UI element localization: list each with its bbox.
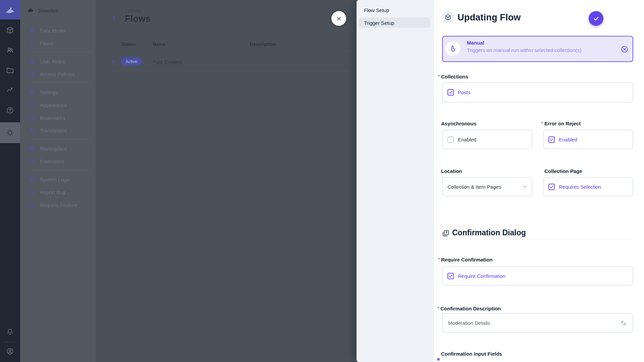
module-bar-divider xyxy=(5,342,15,342)
required-dot xyxy=(438,75,440,76)
sidebar-item-flows[interactable]: Flows xyxy=(20,37,96,50)
field-label-asynchronous: Asynchronous xyxy=(441,121,476,126)
sort-icon[interactable] xyxy=(170,43,174,46)
collection-page-option[interactable]: Requires Selection xyxy=(559,184,601,190)
sidebar-item-request-feature[interactable]: Request Feature xyxy=(20,198,96,211)
table-row-flow-name[interactable]: Post Created xyxy=(153,59,182,65)
column-header-description: Description xyxy=(250,42,276,47)
required-dot xyxy=(437,358,440,361)
sidebar-item-data-model[interactable]: Data Model xyxy=(20,24,96,37)
table-row-divider xyxy=(111,71,349,71)
drawer-title: Updating Flow xyxy=(458,12,521,23)
sidebar-divider xyxy=(31,139,91,139)
checkbox-checked-icon[interactable] xyxy=(447,89,454,96)
module-files-button[interactable] xyxy=(0,63,20,78)
checkbox-unchecked-icon[interactable] xyxy=(447,136,454,143)
save-button[interactable] xyxy=(589,11,603,26)
chevron-down-icon xyxy=(522,184,528,190)
asynchronous-option[interactable]: Enabled xyxy=(458,137,476,142)
collections-option-posts[interactable]: Posts xyxy=(458,89,471,95)
sidebar-item-label: Settings xyxy=(40,89,58,95)
field-label-confirmation-description: Confirmation Description xyxy=(440,306,501,311)
box-icon xyxy=(6,26,14,34)
section-divider xyxy=(442,239,633,239)
confirmation-description-input[interactable]: Moderation Details xyxy=(442,313,633,333)
trigger-card-title: Manual xyxy=(467,40,484,46)
module-settings-button[interactable] xyxy=(0,125,20,140)
module-insights-button[interactable] xyxy=(0,82,20,97)
checkbox-checked-icon[interactable] xyxy=(447,273,454,279)
people-icon xyxy=(29,58,36,65)
sidebar-item-label: Report Bug xyxy=(40,189,65,195)
touch-app-icon xyxy=(449,45,457,53)
error-on-reject-option[interactable]: Enabled xyxy=(559,137,577,142)
rabbit-logo-icon xyxy=(4,5,16,15)
sidebar-item-label: Data Model xyxy=(40,28,66,34)
sidebar-item-label: Extensions xyxy=(40,159,64,164)
sidebar-item-user-roles[interactable]: User Roles xyxy=(20,55,96,68)
sidebar-item-system-logs[interactable]: System Logs xyxy=(20,173,96,186)
flows-header-icon xyxy=(110,14,118,21)
translate-icon[interactable] xyxy=(620,319,627,327)
require-confirmation-option[interactable]: Require Confirmation xyxy=(458,273,505,279)
remove-trigger-icon[interactable] xyxy=(621,45,629,53)
user-menu-button[interactable] xyxy=(0,344,20,359)
close-drawer-button[interactable] xyxy=(331,11,346,26)
section-title: Confirmation Dialog xyxy=(452,228,526,237)
sidebar-item-label: Flows xyxy=(40,41,53,46)
project-name: Directus xyxy=(38,8,58,13)
sidebar-item-access-policies[interactable]: Access Policies xyxy=(20,68,96,80)
module-content-button[interactable] xyxy=(0,23,20,38)
palette-icon xyxy=(29,102,36,109)
sidebar-item-label: Marketplace xyxy=(40,146,67,152)
column-header-name[interactable]: Name xyxy=(153,42,165,47)
category-icon xyxy=(29,158,36,165)
shield-icon xyxy=(29,71,36,78)
sidebar-item-bookmarks[interactable]: Bookmarks xyxy=(20,111,96,124)
project-header[interactable]: Directus xyxy=(20,0,96,21)
bolt-icon xyxy=(110,14,118,21)
sidebar-item-translations[interactable]: Translations xyxy=(20,124,96,137)
cancel-icon xyxy=(621,45,629,53)
storefront-icon xyxy=(29,145,36,152)
sidebar-divider xyxy=(31,170,91,170)
sidebar-item-report-bug[interactable]: Report Bug xyxy=(20,186,96,198)
main-content-dimmed xyxy=(96,0,357,362)
trigger-icon-circle xyxy=(445,41,460,56)
drawer-nav-flow-setup[interactable]: Flow Setup xyxy=(364,5,428,15)
folder-icon xyxy=(6,66,14,74)
collections-field: Posts xyxy=(442,82,633,103)
sidebar-item-label: Translations xyxy=(40,128,67,133)
sidebar-divider xyxy=(31,52,91,52)
sidebar-item-appearance[interactable]: Appearance xyxy=(20,99,96,111)
box-icon xyxy=(444,14,451,21)
sidebar-item-extensions[interactable]: Extensions xyxy=(20,155,96,168)
page-title: Flows xyxy=(125,14,151,24)
close-icon xyxy=(336,15,342,22)
tune-icon xyxy=(29,89,36,96)
sidebar-item-label: Request Feature xyxy=(40,202,77,208)
module-users-button[interactable] xyxy=(0,43,20,57)
drawer-nav-trigger-setup[interactable]: Trigger Setup xyxy=(364,18,428,28)
status-badge: Active xyxy=(121,57,142,66)
required-dot xyxy=(437,307,439,308)
check-icon xyxy=(593,15,600,22)
sidebar-item-marketplace[interactable]: Marketplace xyxy=(20,142,96,155)
required-dot xyxy=(541,122,543,123)
sidebar-item-settings[interactable]: Settings xyxy=(20,86,96,99)
notifications-button[interactable] xyxy=(0,324,20,339)
collection-page-field: Requires Selection xyxy=(543,177,633,196)
bell-icon xyxy=(6,328,14,336)
people-icon xyxy=(6,46,14,54)
checkbox-checked-icon[interactable] xyxy=(548,136,555,143)
location-select[interactable]: Collection & Item Pages xyxy=(442,177,532,196)
directus-logo-button[interactable] xyxy=(0,0,20,19)
translate-icon xyxy=(29,127,36,134)
project-logo-icon xyxy=(27,7,34,13)
column-header-status: Status xyxy=(121,42,136,47)
field-label-collections: Collections xyxy=(441,74,468,79)
sidebar-item-label: Access Policies xyxy=(40,71,75,77)
checkbox-checked-icon[interactable] xyxy=(548,184,555,190)
module-help-button[interactable] xyxy=(0,103,20,118)
breadcrumb[interactable]: Settings xyxy=(125,8,142,13)
